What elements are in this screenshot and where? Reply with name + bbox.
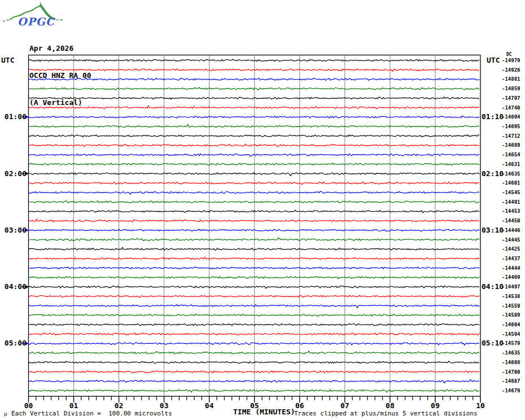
dc-offset-value: -14698 — [502, 360, 525, 365]
dc-offset-value: -14881 — [502, 76, 525, 82]
dc-offset-value: -14926 — [502, 67, 525, 73]
dc-offset-value: -14859 — [502, 86, 525, 91]
dc-offset-value: -14635 — [502, 171, 525, 177]
x-tick-label: 09 — [426, 401, 444, 410]
x-tick-label: 08 — [381, 401, 399, 410]
dc-offset-value: -14437 — [502, 256, 525, 261]
x-tick-label: 01 — [65, 401, 83, 410]
dc-offset-value: -14700 — [502, 369, 525, 375]
dc-offset-value: -14453 — [502, 208, 525, 214]
dc-offset-value: -14979 — [502, 58, 525, 63]
left-time-label: 03:00 — [0, 226, 27, 234]
x-tick-label: 03 — [155, 401, 173, 410]
dc-offset-value: -14594 — [502, 331, 525, 337]
dc-offset-value: -14589 — [502, 312, 525, 318]
x-tick-label: 10 — [471, 401, 489, 410]
x-axis-title: TIME (MINUTES) — [233, 408, 295, 416]
dc-offset-value: -14425 — [502, 246, 525, 252]
x-tick-label: 04 — [200, 401, 218, 410]
dc-offset-value: -14679 — [502, 388, 525, 393]
dc-offset-value: -14601 — [502, 180, 525, 186]
dc-offset-value: -14579 — [502, 340, 525, 346]
dc-offset-value: -14559 — [502, 303, 525, 309]
dc-offset-value: -14446 — [502, 228, 525, 233]
dc-offset-value: -14797 — [502, 95, 525, 101]
dc-offset-value: -14694 — [502, 114, 525, 120]
left-time-label: 01:00 — [0, 112, 27, 120]
dc-offset-value: -14740 — [502, 105, 525, 111]
dc-offset-value: -14687 — [502, 378, 525, 384]
left-time-label: 02:00 — [0, 169, 27, 177]
clip-note: Traces clipped at plus/minus 5 vertical … — [294, 410, 478, 417]
dc-offset-value: -14450 — [502, 218, 525, 224]
left-time-label: 05:00 — [0, 339, 27, 347]
dc-offset-value: -14689 — [502, 142, 525, 148]
dc-offset-value: -14654 — [502, 152, 525, 158]
dc-offset-value: -14538 — [502, 294, 525, 299]
dc-offset-value: -14469 — [502, 274, 525, 280]
label-layer: 0001020304050607080910-14979-14926-14881… — [0, 0, 525, 420]
dc-offset-value: -14497 — [502, 284, 525, 290]
dc-offset-value: -14695 — [502, 124, 525, 129]
x-tick-label: 07 — [336, 401, 354, 410]
x-tick-label: 02 — [110, 401, 128, 410]
dc-offset-value: -14445 — [502, 237, 525, 243]
dc-offset-value: -14635 — [502, 350, 525, 356]
scale-note: Each Vertical Division = 100.00 microvol… — [11, 410, 172, 417]
dc-offset-value: -14491 — [502, 199, 525, 205]
helicorder-page: OPGC Apr 4,2026 OCCD HNZ RA 00 (A Vertic… — [0, 0, 525, 420]
dc-offset-value: -14631 — [502, 161, 525, 167]
left-time-label: 04:00 — [0, 282, 27, 290]
dc-offset-value: -14444 — [502, 265, 525, 271]
dc-offset-value: -14604 — [502, 322, 525, 327]
dc-offset-value: -14712 — [502, 133, 525, 139]
dc-offset-value: -14545 — [502, 190, 525, 195]
micro-glyph: µ — [4, 411, 7, 417]
x-tick-label: 00 — [20, 401, 38, 410]
